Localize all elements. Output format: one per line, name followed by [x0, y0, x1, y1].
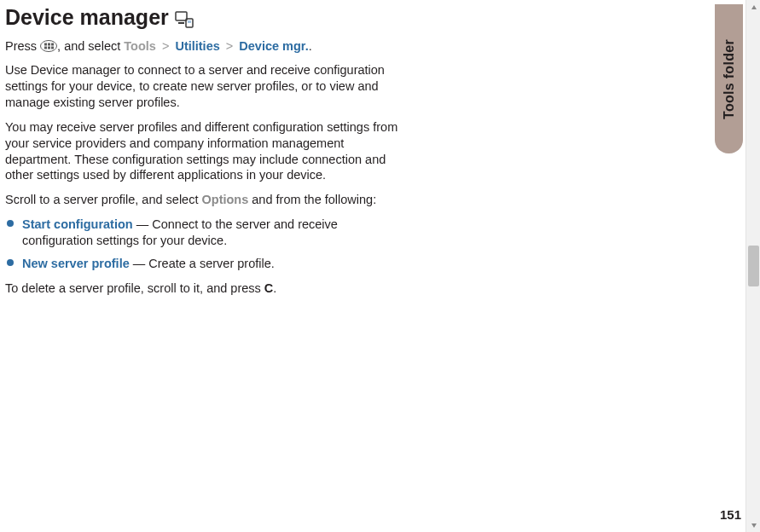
side-tab: Tools folder — [715, 4, 743, 153]
para3-post: and from the following: — [248, 193, 376, 206]
device-manager-icon — [174, 3, 194, 32]
para-delete: To delete a server profile, scroll to it… — [5, 280, 401, 297]
page-content: Device manager Press , and select Tools … — [0, 0, 401, 296]
options-label: Options — [202, 193, 249, 206]
nav-sep-1: > — [162, 39, 169, 53]
svg-rect-8 — [48, 46, 50, 49]
scroll-up-button[interactable] — [746, 0, 760, 14]
page-number: 151 — [720, 507, 741, 522]
svg-rect-1 — [178, 22, 184, 24]
svg-rect-0 — [176, 12, 187, 20]
nav-suffix: . — [309, 39, 312, 53]
nav-sep-2: > — [226, 39, 233, 53]
nav-utilities: Utilities — [175, 39, 219, 53]
svg-rect-5 — [44, 43, 47, 45]
svg-marker-11 — [751, 5, 757, 9]
nav-tools: Tools — [124, 39, 156, 53]
svg-point-4 — [41, 40, 57, 51]
svg-marker-12 — [751, 523, 757, 528]
heading-text: Device manager — [5, 3, 169, 32]
para3-pre: Scroll to a server profile, and select — [5, 193, 202, 206]
para-options-intro: Scroll to a server profile, and select O… — [5, 192, 401, 208]
side-tab-label: Tools folder — [722, 39, 737, 119]
bullet-icon — [7, 259, 14, 266]
nav-after-icon: , and select — [57, 39, 124, 53]
para4-pre: To delete a server profile, scroll to it… — [5, 281, 264, 295]
para-usage: Use Device manager to connect to a serve… — [5, 62, 401, 111]
svg-rect-6 — [48, 43, 50, 45]
para-providers: You may receive server profiles and diff… — [5, 119, 401, 183]
list-item: Start configuration — Connect to the ser… — [5, 217, 401, 249]
svg-rect-3 — [188, 20, 191, 23]
bullet-icon — [7, 220, 14, 227]
svg-rect-9 — [51, 43, 54, 45]
svg-rect-10 — [51, 46, 54, 49]
nav-instruction: Press , and select Tools > Utilities > D… — [5, 38, 401, 55]
scrollbar-thumb[interactable] — [748, 246, 759, 286]
option-desc: — Create a server profile. — [130, 257, 275, 270]
options-list: Start configuration — Connect to the ser… — [5, 217, 401, 272]
key-c: C — [264, 281, 273, 295]
nav-device-mgr: Device mgr. — [239, 39, 308, 53]
scroll-down-button[interactable] — [746, 518, 760, 532]
option-start-configuration: Start configuration — [22, 217, 133, 231]
para4-post: . — [273, 281, 276, 295]
menu-key-icon — [40, 40, 57, 52]
nav-prefix: Press — [5, 39, 40, 53]
scrollbar-track[interactable] — [745, 0, 760, 532]
option-new-server-profile: New server profile — [22, 257, 130, 270]
list-item: New server profile — Create a server pro… — [5, 256, 401, 272]
page-title: Device manager — [5, 3, 401, 32]
svg-rect-7 — [44, 46, 47, 49]
